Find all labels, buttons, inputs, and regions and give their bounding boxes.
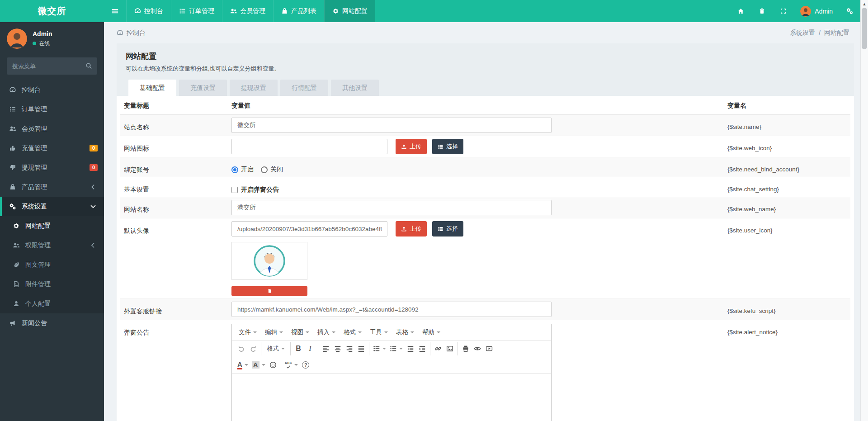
link-button[interactable] [432,342,444,355]
breadcrumb-right: 系统设置 / 网站配置 [790,29,849,37]
var-name: {$site.user_icon} [727,221,850,234]
tab-market-config[interactable]: 行情配置 [280,80,328,96]
editor-menu-insert[interactable]: 插入 [313,326,340,338]
sidebar-item-system-settings[interactable]: 系统设置 [0,197,104,216]
nav-item-dashboard[interactable]: 控制台 [126,0,171,22]
web-name-input[interactable] [231,200,552,215]
hamburger-icon [112,8,118,14]
sidebar-item-orders[interactable]: 订单管理 [0,99,104,119]
redo-button[interactable] [247,342,259,355]
nav-item-site-config[interactable]: 网站配置 [324,0,375,22]
sidebar-toggle-button[interactable] [104,0,126,22]
bold-button[interactable]: B [292,342,304,355]
emoticon-button[interactable] [267,358,279,372]
clear-cache-button[interactable] [751,0,773,22]
var-name: {$site.alert_notice} [727,323,850,336]
undo-button[interactable] [236,342,247,355]
scrollbar-thumb[interactable] [862,8,867,49]
editor-content-area[interactable] [232,373,551,421]
tab-withdraw-settings[interactable]: 提现设置 [230,80,278,96]
indent-button[interactable] [416,342,428,355]
sidebar-item-articles[interactable]: 图文管理 [0,255,104,274]
home-button[interactable] [730,0,751,22]
upload-button[interactable]: 上传 [396,221,427,237]
tab-other-settings[interactable]: 其他设置 [331,80,379,96]
breadcrumb-left[interactable]: 控制台 [117,29,146,37]
kefu-link-input[interactable] [231,302,552,317]
upload-icon [401,144,407,150]
users-icon [8,125,17,132]
search-input[interactable] [7,57,97,75]
var-name: {$site.name} [727,118,850,130]
bullet-list-button[interactable] [371,342,388,355]
caret-down-icon [281,348,285,350]
align-justify-button[interactable] [355,342,367,355]
sidebar-item-recharge[interactable]: 充值管理 0 [0,138,104,158]
radio-on[interactable] [231,166,238,173]
sidebar: Admin 在线 控制台 订单管理 会员管理 充值管理 0 提现管理 0 [0,22,104,421]
site-name-input[interactable] [231,118,552,133]
sidebar-item-product-mgmt[interactable]: 产品管理 [0,177,104,197]
nav-item-products[interactable]: 产品列表 [273,0,324,22]
editor-menu-tools[interactable]: 工具 [366,326,392,338]
print-button[interactable] [460,342,472,355]
preview-button[interactable] [472,342,483,355]
sidebar-item-withdraw[interactable]: 提现管理 0 [0,158,104,177]
editor-menu-view[interactable]: 视图 [287,326,313,338]
bullhorn-icon [8,320,17,326]
outdent-button[interactable] [405,342,416,355]
breadcrumb-separator: / [819,29,821,37]
default-avatar-input[interactable] [231,221,387,237]
editor-menu-table[interactable]: 表格 [392,326,418,338]
editor-menu-format[interactable]: 格式 [340,326,366,338]
fullscreen-button[interactable] [773,0,794,22]
align-left-button[interactable] [320,342,332,355]
spellcheck-button[interactable]: ABC [283,358,300,372]
editor-menu-file[interactable]: 文件 [235,326,261,338]
sidebar-item-permissions[interactable]: 权限管理 [0,236,104,255]
sidebar-item-news[interactable]: 新闻公告 [0,313,104,333]
sidebar-item-site-config[interactable]: 网站配置 [0,216,104,236]
editor-menu-edit[interactable]: 编辑 [261,326,287,338]
table-row-default-avatar: 默认头像 上传 选择 [120,218,850,299]
choose-button[interactable]: 选择 [432,139,463,154]
nav-item-label: 产品列表 [291,7,316,15]
choose-button[interactable]: 选择 [432,221,463,237]
nav-item-members[interactable]: 会员管理 [222,0,273,22]
insert-media-button[interactable] [483,342,495,355]
web-icon-input[interactable] [231,139,387,154]
radio-off[interactable] [261,166,268,173]
delete-avatar-button[interactable] [231,286,307,296]
align-center-button[interactable] [332,342,344,355]
gears-icon [8,203,17,210]
numbered-list-button[interactable] [388,342,405,355]
print-icon [462,345,469,352]
nav-item-orders[interactable]: 订单管理 [171,0,222,22]
text-color-button[interactable]: A [236,358,250,372]
vertical-scrollbar: ▲ [860,0,868,421]
tab-recharge-settings[interactable]: 充值设置 [179,80,227,96]
sidebar-item-members[interactable]: 会员管理 [0,119,104,138]
align-right-button[interactable] [344,342,355,355]
search-icon[interactable] [85,62,92,69]
sidebar-user-panel: Admin 在线 [0,22,104,53]
upload-button[interactable]: 上传 [396,139,427,154]
format-select[interactable]: 格式 [263,342,288,355]
scroll-up-arrow[interactable]: ▲ [861,0,868,8]
breadcrumb-dashboard-link[interactable]: 控制台 [127,29,146,37]
user-menu[interactable]: Admin [794,0,839,22]
insert-image-button[interactable] [444,342,456,355]
editor-menu-help[interactable]: 帮助 [418,326,444,338]
sidebar-item-attachments[interactable]: 附件管理 [0,274,104,294]
settings-gears-button[interactable] [839,0,860,22]
popup-notice-checkbox[interactable] [231,187,238,193]
caret-down-icon [245,364,248,366]
brand-logo[interactable]: 微交所 [0,0,104,22]
nav-item-label: 网站配置 [342,7,368,15]
sidebar-item-dashboard[interactable]: 控制台 [0,80,104,99]
tab-basic-config[interactable]: 基础配置 [128,80,176,96]
background-color-button[interactable]: A [250,358,267,372]
italic-button[interactable]: I [304,342,316,355]
help-button[interactable]: ? [300,358,311,372]
sidebar-item-profile[interactable]: 个人配置 [0,294,104,313]
